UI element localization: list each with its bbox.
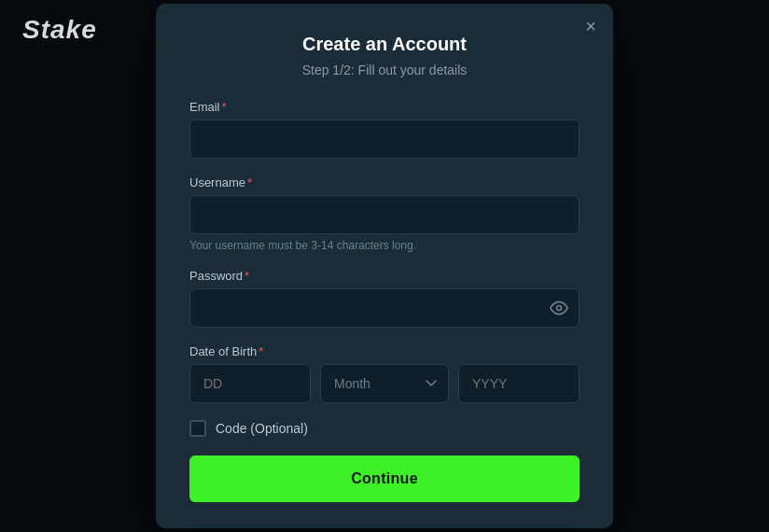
password-required-star: * <box>245 269 249 283</box>
email-label: Email* <box>189 100 580 114</box>
password-label: Password* <box>189 269 580 283</box>
password-toggle-button[interactable] <box>550 299 568 317</box>
dob-day-wrapper <box>189 364 311 403</box>
continue-button[interactable]: Continue <box>189 455 580 502</box>
dob-year-input[interactable] <box>458 364 580 403</box>
username-hint: Your username must be 3-14 characters lo… <box>189 239 580 252</box>
username-label: Username* <box>189 175 580 189</box>
close-button[interactable]: × <box>585 17 596 35</box>
overlay: Stake × Create an Account Step 1/2: Fill… <box>0 0 769 532</box>
email-required-star: * <box>222 100 227 114</box>
eye-icon <box>550 299 568 317</box>
dob-month-wrapper: Month JanuaryFebruaryMarchAprilMayJuneJu… <box>320 364 449 403</box>
dob-required-star: * <box>259 344 263 358</box>
dob-month-select[interactable]: Month JanuaryFebruaryMarchAprilMayJuneJu… <box>320 364 449 403</box>
dob-group: Date of Birth* Month JanuaryFebruaryMarc… <box>189 344 580 403</box>
code-row: Code (Optional) <box>189 420 580 437</box>
username-group: Username* Your username must be 3-14 cha… <box>189 175 580 252</box>
logo: Stake <box>22 15 97 45</box>
modal: × Create an Account Step 1/2: Fill out y… <box>156 4 613 528</box>
email-group: Email* <box>189 100 580 159</box>
modal-subtitle: Step 1/2: Fill out your details <box>189 63 580 77</box>
code-label[interactable]: Code (Optional) <box>216 421 308 436</box>
code-checkbox[interactable] <box>189 420 206 437</box>
password-wrapper <box>189 288 580 328</box>
dob-label: Date of Birth* <box>189 344 580 358</box>
password-input[interactable] <box>189 288 580 328</box>
dob-row: Month JanuaryFebruaryMarchAprilMayJuneJu… <box>189 364 580 403</box>
password-group: Password* <box>189 269 580 328</box>
svg-point-0 <box>557 306 562 311</box>
email-input[interactable] <box>189 119 580 159</box>
modal-title: Create an Account <box>189 34 580 55</box>
dob-year-wrapper <box>458 364 580 403</box>
dob-day-input[interactable] <box>189 364 311 403</box>
username-input[interactable] <box>189 195 580 234</box>
username-required-star: * <box>247 175 252 189</box>
